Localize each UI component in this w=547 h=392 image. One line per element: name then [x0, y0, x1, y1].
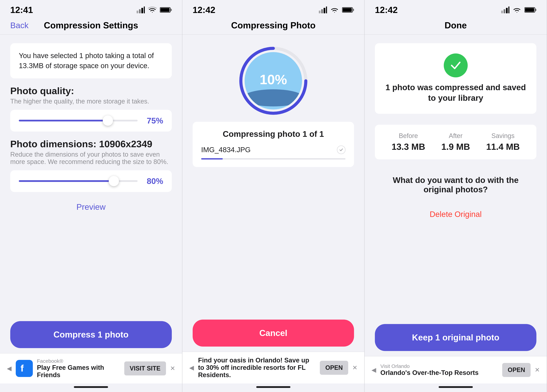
ad-visit-btn[interactable]: VISIT SITE	[124, 361, 166, 375]
signal-icon-3	[501, 7, 509, 13]
svg-rect-22	[504, 9, 505, 13]
stats-card: Before 13.3 MB After 1.9 MB Savings 11.4…	[375, 125, 536, 159]
svg-rect-3	[144, 7, 145, 13]
original-question: What do you want to do with the original…	[375, 170, 536, 199]
home-indicator-1	[0, 384, 182, 392]
ad-banner-3: ◀ Visit Orlando Orlando's Over-the-Top R…	[365, 356, 547, 384]
ad-arrow-icon: ◀	[7, 365, 12, 372]
compress-button[interactable]: Compress 1 photo	[10, 321, 172, 348]
ad-open-btn-2[interactable]: OPEN	[320, 361, 348, 375]
quality-slider-container: 75%	[10, 110, 172, 132]
battery-icon-2	[342, 7, 354, 13]
home-bar-3	[439, 386, 473, 388]
svg-rect-1	[139, 9, 141, 13]
status-time-2: 12:42	[193, 5, 215, 15]
ad-platform-3: Visit Orlando	[380, 363, 498, 369]
bottom-area-3: Keep 1 original photo	[365, 321, 547, 356]
svg-rect-24	[508, 7, 509, 13]
file-progress-fill	[201, 158, 223, 159]
file-name: IMG_4834.JPG	[201, 146, 251, 154]
svg-rect-8	[319, 11, 321, 13]
svg-rect-9	[321, 9, 323, 13]
ad-banner-1: ◀ f Facebook® Play Free Games with Frien…	[0, 353, 182, 384]
progress-circle-container: 10%	[182, 35, 364, 122]
savings-label: Savings	[492, 132, 514, 140]
file-progress-bar	[201, 158, 346, 159]
signal-icon	[137, 7, 145, 13]
ad-text-2: Find your oasis in Orlando! Save up to 3…	[198, 357, 316, 379]
quality-subtext: The higher the quality, the more storage…	[10, 98, 172, 105]
dimensions-slider-value: 80%	[143, 176, 163, 186]
status-time-3: 12:42	[375, 5, 398, 15]
wifi-icon-2	[330, 7, 339, 13]
compress-card-title: Compressing photo 1 of 1	[201, 129, 346, 139]
ad-title-1: Play Free Games with Friends	[37, 364, 120, 379]
quality-slider-fill	[19, 120, 108, 121]
panel-done: 12:42 Done	[365, 0, 547, 392]
page-title-1: Compression Settings	[44, 20, 138, 30]
content-3: 1 photo was compressed and saved to your…	[365, 35, 547, 321]
dimensions-slider-fill	[19, 180, 114, 182]
ad-close-icon-2[interactable]: ✕	[352, 364, 357, 371]
nav-bar-2: Compressing Photo	[182, 17, 364, 35]
content-1: You have selected 1 photo taking a total…	[0, 35, 182, 318]
delete-original-button[interactable]: Delete Original	[375, 206, 536, 220]
bottom-area-1: Compress 1 photo	[0, 318, 182, 353]
keep-button[interactable]: Keep 1 original photo	[375, 324, 536, 351]
home-indicator-3	[365, 384, 547, 392]
quality-slider-value: 75%	[143, 116, 163, 125]
bottom-area-2: Cancel	[182, 316, 364, 352]
signal-icon-2	[319, 7, 327, 13]
info-box: You have selected 1 photo taking a total…	[10, 43, 172, 78]
quality-section: Photo quality: The higher the quality, t…	[10, 85, 172, 132]
svg-rect-2	[141, 8, 143, 13]
status-icons-3	[501, 7, 536, 13]
status-time-1: 12:41	[10, 5, 33, 15]
svg-text:10%: 10%	[260, 72, 287, 87]
stat-savings: Savings 11.4 MB	[486, 132, 520, 152]
ad-open-btn-3[interactable]: OPEN	[502, 363, 531, 377]
home-bar-2	[256, 386, 290, 388]
status-bar-1: 12:41	[0, 0, 182, 17]
panel-compression-settings: 12:41 Back	[0, 0, 182, 392]
svg-rect-26	[525, 8, 534, 12]
success-icon	[444, 53, 468, 77]
wifi-icon-3	[513, 7, 521, 13]
svg-rect-14	[353, 9, 354, 11]
ad-text-3: Visit Orlando Orlando's Over-the-Top Res…	[380, 363, 498, 376]
after-value: 1.9 MB	[441, 142, 470, 152]
svg-rect-5	[160, 8, 170, 12]
status-bar-2: 12:42	[182, 0, 364, 17]
battery-icon-3	[524, 7, 536, 13]
cancel-button[interactable]: Cancel	[193, 319, 354, 346]
preview-button[interactable]: Preview	[10, 199, 172, 215]
dimensions-section: Photo dimensions: 10906x2349 Reduce the …	[10, 138, 172, 192]
svg-rect-21	[501, 11, 503, 13]
nav-bar-1: Back Compression Settings	[0, 17, 182, 35]
status-icons-2	[319, 7, 354, 13]
dimensions-slider-track[interactable]	[19, 180, 138, 182]
ad-close-icon[interactable]: ✕	[170, 365, 175, 372]
success-card: 1 photo was compressed and saved to your…	[375, 43, 536, 114]
after-label: After	[449, 132, 463, 140]
savings-value: 11.4 MB	[486, 142, 520, 152]
nav-bar-3: Done	[365, 17, 547, 35]
facebook-icon: f	[16, 360, 33, 377]
dimensions-heading: Photo dimensions: 10906x2349	[10, 138, 172, 149]
quality-slider-thumb[interactable]	[103, 115, 113, 126]
svg-rect-27	[535, 9, 536, 11]
svg-rect-6	[171, 9, 172, 11]
ad-close-icon-3[interactable]: ✕	[535, 366, 540, 373]
page-title-3: Done	[444, 20, 467, 30]
dimensions-slider-thumb[interactable]	[109, 176, 119, 186]
stat-before: Before 13.3 MB	[392, 132, 425, 152]
panel-compressing: 12:42 Compressing Photo	[182, 0, 365, 392]
home-bar-1	[74, 386, 108, 388]
wifi-icon	[148, 7, 157, 13]
file-check-icon	[337, 146, 345, 154]
back-button[interactable]: Back	[10, 21, 28, 30]
ad-platform-1: Facebook®	[37, 358, 120, 364]
stat-after: After 1.9 MB	[441, 132, 470, 152]
quality-slider-track[interactable]	[19, 120, 138, 121]
battery-icon	[160, 7, 172, 13]
